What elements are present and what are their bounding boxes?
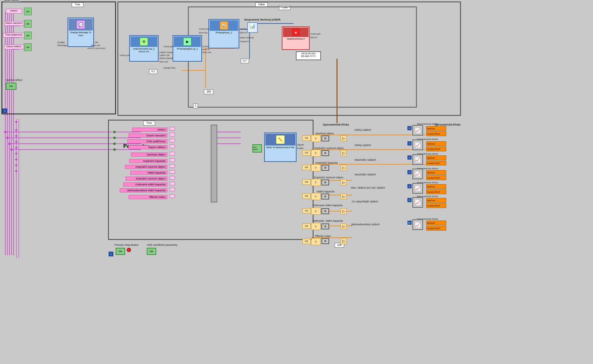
vitalni-kap-func[interactable]: ▷	[311, 193, 321, 200]
max-vydech-label: Maximální výdech	[355, 173, 376, 176]
rt-sampling-block[interactable]: ▶ RTSamplingSet up_2	[173, 35, 202, 62]
uloz-parametry-button[interactable]: OK	[147, 248, 156, 255]
stop-reset-block[interactable]: ■ StopResetClose 2	[282, 26, 310, 50]
idx-6: 6 (or 3)	[407, 221, 412, 225]
svg-point-40	[8, 143, 11, 145]
exp-rez-func[interactable]: ▷	[311, 179, 321, 186]
arrow-5: ▷	[341, 194, 346, 199]
insp-kap-func[interactable]: ▷	[311, 164, 321, 171]
spiro-chart-6[interactable]: 📈	[412, 219, 423, 230]
error-out-rt-label: Error Out	[203, 51, 211, 53]
jednosekundovy-cursor: Cursor.PosY	[426, 226, 446, 231]
error-in-label: error in (no error)	[87, 47, 105, 50]
spiro-chart-2[interactable]: 📈	[412, 154, 423, 165]
ok-out-label: OK	[95, 41, 98, 44]
top-left-frame-label: Nové měření	[4, 0, 20, 2]
spiro-chart-1[interactable]: 📈	[412, 140, 423, 150]
cislo-pojistovny-terminal[interactable]: Číslo pojišťovny:	[3, 33, 25, 38]
insp-kap-i23: I23	[302, 165, 311, 170]
klidny-nadech-label: Klidný nádech	[355, 128, 371, 131]
max-nadech-cursor: Cursor.PosY	[426, 161, 446, 165]
spiro-chart-5[interactable]: 📈	[412, 197, 423, 208]
bus-connector-bar	[211, 125, 217, 202]
neupraveny-dechovy-label: Neupravený dechový průběh	[244, 18, 281, 21]
max-usil-cursor: Cursor.PosY	[426, 189, 446, 194]
nejrychlejsi-vydech-label: Co nejrychlejší výdech	[352, 200, 378, 203]
ok-button-2[interactable]: OK	[24, 20, 32, 28]
idx-5: 5	[407, 198, 412, 202]
datum-narozeni-terminal[interactable]: Datum narození:	[4, 21, 24, 26]
stop-reset-label: StopResetClose 2	[283, 38, 309, 40]
display-message-block[interactable]: 💬 Display Message To User	[68, 18, 94, 47]
uloz-signal-block[interactable]: Ulož signal	[252, 144, 262, 153]
jmeno-terminal[interactable]: Jméno:	[6, 9, 22, 13]
spirometricka-krivka-header: Spirometrická křivka	[323, 123, 349, 126]
datum-narozeni-connector	[170, 133, 175, 136]
klidny-vydech-cursor: Cursor.PosY	[426, 147, 446, 151]
klidny-vydech-actcrsr: ActCrsr	[426, 141, 446, 146]
ok-button-4[interactable]: OK	[24, 43, 32, 51]
calc-small-6: ⚙	[321, 208, 329, 214]
expiracni-rezervni-param: Expirační rezervní objem:	[126, 177, 167, 181]
tiff-index-func[interactable]: ▷	[311, 238, 321, 245]
labpro-os-label: LabPro OS	[159, 54, 170, 56]
rt-read-parse-block[interactable]: 📡 RTReadParse_2	[208, 19, 239, 48]
ok-button-1[interactable]: OK	[24, 8, 32, 15]
max-nadech-actcrsr: ActCrsr	[426, 155, 446, 160]
vitalni-connector	[170, 170, 175, 174]
process-stop-button[interactable]: OK	[116, 248, 125, 255]
write-measurement-block[interactable]: ✏️ Write To Measurement File	[264, 133, 296, 162]
idx-4: 4	[407, 184, 412, 188]
usil-kap-func[interactable]: ▷	[311, 208, 321, 215]
jednosek-kap-i23: I23	[302, 224, 311, 229]
datum-narozeni-param: Datum narození:	[129, 133, 167, 138]
jednosekundovy-vydech-label: Jednosekundový výdech	[351, 223, 380, 226]
spiro-krivka-col-header: Spirometrická křivka	[434, 123, 461, 126]
dechovy-objem-calc-label: Dechový objem	[316, 132, 334, 135]
neupraveny-dechovy-indicator[interactable]: 📊	[247, 22, 258, 33]
nacist-mereni-button[interactable]: OK	[6, 83, 16, 90]
vitalni-kap-i23: I23	[302, 194, 311, 199]
ok-button-3[interactable]: OK	[24, 32, 32, 39]
datum-mereni-param: Datum měření:	[129, 145, 167, 149]
init-channel-label: Init&ChannelSe tup_2 Source.vi2	[130, 48, 157, 53]
vitalni-kap-calc-label: Vitální kapacita:	[316, 190, 335, 193]
message-label: Message	[58, 44, 67, 47]
tiff-connector	[170, 194, 175, 198]
spiro-chart-0[interactable]: 📈	[412, 125, 423, 136]
active-channel-rtrp-label: Active Channel	[240, 37, 254, 39]
datum-mereni-terminal[interactable]: Datum měření:	[4, 45, 24, 49]
jmeno-connector	[170, 127, 175, 131]
max-vydech-actcrsr: ActCrsr	[426, 170, 446, 175]
comm-port-rt-label: Comm port	[164, 45, 174, 48]
vitalni-kapacita-param: Vitální kapacita:	[130, 171, 167, 175]
left-bus-bar	[16, 119, 19, 258]
true-const-bottom: True	[143, 121, 155, 126]
error-in-stop-label: Error In	[310, 36, 317, 38]
spiro-chart-3[interactable]: 📈	[412, 169, 423, 179]
rt-sampling-label: RTSamplingSet up_2	[174, 48, 201, 50]
uloz-parametry-label: Ulož naměřené parametry	[147, 243, 177, 246]
insp-rez-objem-calc-label: Inspirační rezervní objem	[314, 147, 344, 150]
jednosek-kap-func[interactable]: ▷	[311, 223, 321, 230]
cislo-connector	[170, 139, 175, 142]
error-out-label: error out	[91, 44, 100, 47]
dechovy-connector	[170, 152, 175, 155]
init-channel-block[interactable]: ⚙ Init&ChannelSe tup_2 Source.vi2	[129, 35, 159, 62]
spiro-chart-4[interactable]: 📈	[412, 183, 423, 194]
sample-time-label: Sample Time	[164, 67, 176, 69]
const-1: 1	[193, 104, 198, 108]
display-message-label: Display Message To User	[69, 31, 93, 37]
tiff-i23: I23	[302, 239, 311, 244]
insp-rez-func[interactable]: ▷	[311, 150, 321, 157]
dechovy-objem-func[interactable]: ▷	[311, 135, 321, 142]
usil-connector	[170, 182, 175, 185]
exp-rez-i23: I23	[302, 180, 311, 185]
max-nadech-label: Maximální nádech	[355, 158, 376, 161]
error-out-rtrp-label: Error Out	[199, 32, 208, 34]
max-usil-actcrsr: ActCrsr	[426, 184, 446, 189]
arrow-7: ▷	[341, 224, 346, 229]
error-in-rtrp-label: Error In	[240, 32, 247, 34]
arrow-1: ▷	[341, 136, 346, 141]
const-01: 0.1	[149, 69, 157, 74]
